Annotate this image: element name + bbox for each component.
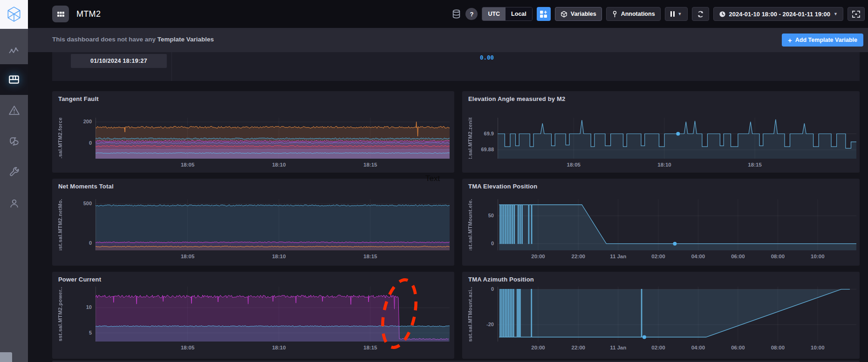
sidebar [0,0,28,362]
no-variables-message-text: This dashboard does not have any [52,36,156,43]
time-range-dropdown[interactable]: 2024-01-10 18:00 - 2024-01-11 19:00 ▼ [713,7,843,21]
data-point-marker [642,335,646,339]
chart-plot[interactable] [498,287,856,342]
y-axis-tick-label: 69.88 [468,147,494,152]
sidebar-item-admin[interactable] [0,159,28,185]
dashboard-grid-icon [8,74,20,86]
y-axis-label: lsst.sal.MTM2.forceE... [56,118,64,159]
chart-plot[interactable] [498,118,856,159]
x-axis-tick-label: 22:00 [563,254,593,259]
chart-plot[interactable] [96,287,450,342]
table-timestamp-cell[interactable]: 01/10/2024 18:19:27 [71,54,167,68]
add-cell-button[interactable] [537,7,551,21]
logo-cube-icon [6,6,22,23]
chronograf-dashboard: MTM2 ? UTC Local [0,0,868,362]
x-axis-tick-label: 18:10 [264,162,294,168]
variables-button-label: Variables [571,11,596,17]
panel-title[interactable]: Net Moments Total [58,183,114,190]
freeform-text-annotation: Text [425,174,440,183]
chart-plot[interactable] [498,199,856,250]
x-axis-tick-label: 22:00 [563,345,593,350]
annotations-button[interactable]: Annotations [606,7,661,21]
y-axis-label: lsst.sal.MTMount.azi... [466,287,474,342]
annotations-button-label: Annotations [621,11,655,17]
log-scroll-icon [8,135,20,147]
no-variables-message: This dashboard does not have any Templat… [52,36,214,43]
table-column-divider [171,52,172,81]
dashboard-title[interactable]: MTM2 [76,9,101,19]
no-variables-message-bold: Template Variables [157,36,214,43]
panel-power-current: Power Current lsst.sal.MTM2.power... 105… [52,272,454,359]
chart-canvas [96,199,450,250]
time-range-label: 2024-01-10 18:00 - 2024-01-11 19:00 [729,11,831,18]
timezone-local-button[interactable]: Local [506,7,532,20]
y-axis-tick-label: 500 [66,201,92,206]
refresh-button[interactable] [692,7,709,21]
wrench-icon [8,166,20,178]
y-axis-tick-label: 10 [66,304,92,310]
panel-tangent-fault: Tangent Fault lsst.sal.MTM2.forceE... 20… [52,91,454,173]
x-axis-tick-label: 18:15 [355,254,385,259]
sidebar-item-alerting[interactable] [0,97,28,123]
timezone-utc-button[interactable]: UTC [482,7,506,20]
chronograf-logo[interactable] [0,0,28,29]
chart-plot[interactable] [96,199,450,250]
x-axis-tick-label: 18:15 [355,162,385,168]
panel-title[interactable]: TMA Azimuth Position [468,276,534,283]
chevron-down-icon: ▼ [678,12,682,16]
sidebar-bottom-tile [0,352,12,362]
x-axis-tick-label: 18:10 [264,254,294,259]
chart-canvas [498,118,856,159]
pulse-graph-icon [8,46,20,57]
panel-title[interactable]: TMA Elevation Position [468,183,537,190]
fullscreen-brackets-icon [852,10,861,18]
x-axis-tick-label: 18:15 [355,345,385,350]
top-navbar: MTM2 ? UTC Local [28,0,868,28]
x-axis-tick-label: 08:00 [763,345,793,350]
database-icon[interactable] [451,9,461,19]
x-axis-tick-label: 10:00 [803,254,833,259]
help-button[interactable]: ? [465,8,478,20]
panel-table-partial: 01/10/2024 18:19:27 0.00 [52,52,860,81]
panel-title[interactable]: Power Current [58,276,101,283]
x-axis-tick-label: 18:10 [264,345,294,350]
sidebar-item-log-viewer[interactable] [0,128,28,154]
y-axis-label: lsst.sal.MTM2.netMo... [56,199,64,250]
panel-title[interactable]: Tangent Fault [58,95,99,102]
pause-refresh-dropdown[interactable]: ▼ [665,7,688,21]
chevron-down-icon: ▼ [834,12,838,16]
presentation-mode-button[interactable] [847,7,865,21]
y-axis-tick-label: 200 [66,119,92,124]
sidebar-item-dashboards[interactable] [0,64,28,95]
chart-canvas [498,199,856,250]
x-axis-tick-label: 20:00 [523,254,553,259]
table-value-cell[interactable]: 0.00 [461,52,513,62]
dashboard-index-button[interactable] [52,6,69,22]
chart-plot[interactable] [96,118,450,159]
y-axis-label: lsst.sal.MTM2.zenith... [466,118,474,159]
x-axis-tick-label: 06:00 [723,345,753,350]
data-point-marker [676,132,680,136]
panel-elevation-angle: Elevation Angle measured by M2 lsst.sal.… [462,91,860,173]
y-axis-tick-label: 5 [66,330,92,335]
sidebar-item-user[interactable] [0,190,28,216]
add-template-variable-button[interactable]: + Add Template Variable [782,34,863,47]
x-axis-tick-label: 11 Jan [603,254,633,259]
x-axis-tick-label: 20:00 [523,345,553,350]
pause-icon [670,11,675,17]
x-axis-tick-label: 18:05 [173,254,203,259]
variables-button[interactable]: Variables [555,7,602,21]
x-axis-tick-label: 10:00 [803,345,833,350]
y-axis-label: lsst.sal.MTM2.power... [56,287,64,342]
template-variables-bar: This dashboard does not have any Templat… [28,28,868,52]
user-icon [8,198,20,209]
panel-title[interactable]: Elevation Angle measured by M2 [468,95,566,102]
sidebar-item-data-explorer[interactable] [0,38,28,64]
x-axis-tick-label: 02:00 [643,254,673,259]
x-axis-tick-label: 18:15 [740,162,770,168]
y-axis-tick-label: 0 [66,140,92,146]
x-axis-tick-label: 04:00 [683,254,713,259]
x-axis-tick-label: 11 Jan [603,345,633,350]
alert-triangle-icon [8,105,20,116]
chart-canvas [498,287,856,342]
